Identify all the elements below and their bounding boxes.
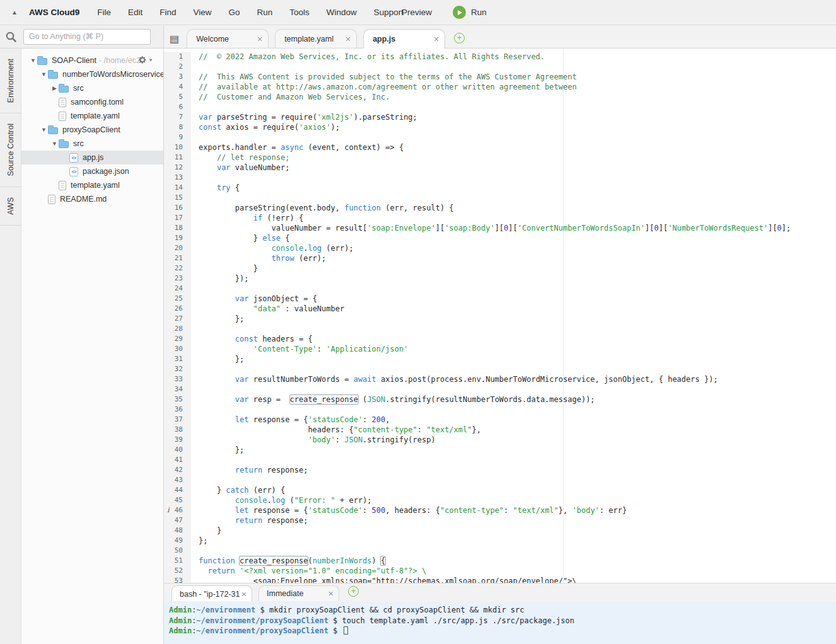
folder-icon bbox=[37, 58, 47, 65]
code-text: return '<?xml version="1.0" encoding="ut… bbox=[191, 566, 426, 576]
code-line: 16 parseString(event.body, function (err… bbox=[164, 203, 836, 213]
tab-list-icon[interactable]: ▤ bbox=[170, 33, 179, 45]
code-line: 26 "data" : valueNumber bbox=[164, 304, 836, 314]
chevron-down-icon[interactable]: ▼ bbox=[40, 71, 48, 78]
editor-tab-template-yaml[interactable]: template.yaml× bbox=[275, 29, 357, 48]
code-line: 20 console.log (err); bbox=[164, 243, 836, 253]
chevron-down-icon[interactable]: ▼ bbox=[40, 127, 48, 133]
code-text: return response; bbox=[191, 515, 308, 526]
menu-view[interactable]: View bbox=[193, 8, 211, 17]
code-text: 'body': JSON.stringify(resp) bbox=[191, 435, 436, 445]
run-button[interactable]: Run bbox=[453, 6, 487, 19]
code-text bbox=[191, 284, 199, 294]
folder-icon bbox=[48, 72, 58, 79]
menu-bar: ▲ AWS Cloud9 FileEditFindViewGoRunToolsW… bbox=[0, 0, 836, 25]
code-text: let response = {'statusCode': 500, heade… bbox=[191, 505, 627, 515]
tree-item-template-yaml[interactable]: template.yaml bbox=[21, 178, 163, 192]
sidebar-tab-aws[interactable]: AWS bbox=[0, 187, 21, 226]
search-icon bbox=[5, 31, 17, 43]
tree-item-app-js[interactable]: <>app.js bbox=[21, 151, 163, 164]
tree-item-template-yaml[interactable]: template.yaml bbox=[21, 109, 163, 123]
code-line: 6 bbox=[164, 102, 836, 112]
code-text: const headers = { bbox=[191, 334, 313, 344]
menu-find[interactable]: Find bbox=[160, 8, 176, 17]
menu-edit[interactable]: Edit bbox=[128, 8, 142, 17]
code-text: console.log ("Error: " + err); bbox=[191, 495, 372, 505]
terminal-tab-bash-ip-172-31[interactable]: bash - "ip-172-31× bbox=[171, 585, 252, 602]
code-text: var jsonObject = { bbox=[191, 294, 317, 304]
menu-window[interactable]: Window bbox=[327, 8, 357, 17]
line-number: 47 bbox=[164, 515, 191, 526]
line-number: 44 bbox=[164, 485, 191, 495]
goto-anything-input[interactable] bbox=[23, 29, 151, 45]
code-text: }); bbox=[191, 273, 248, 284]
tree-settings-button[interactable]: ▼ bbox=[138, 55, 153, 64]
line-number: 14 bbox=[164, 183, 191, 193]
line-number: 33 bbox=[164, 374, 191, 384]
code-text bbox=[191, 405, 199, 415]
chevron-down-icon[interactable]: ▼ bbox=[50, 141, 59, 147]
terminal-line: Admin:~/environment $ mkdir proxySoapCli… bbox=[169, 605, 836, 616]
folder-icon bbox=[59, 141, 69, 148]
editor-tab-welcome[interactable]: Welcome× bbox=[187, 29, 269, 48]
menu-run[interactable]: Run bbox=[257, 8, 273, 17]
tree-item-src[interactable]: ▶src bbox=[21, 81, 163, 95]
code-line: 51function create_response(numberInWords… bbox=[164, 556, 836, 566]
terminal[interactable]: Admin:~/environment $ mkdir proxySoapCli… bbox=[164, 601, 836, 644]
main-area: EnvironmentSource ControlAWS ▼SOAP-Clien… bbox=[0, 49, 836, 644]
close-icon[interactable]: × bbox=[434, 34, 439, 44]
code-text: 'Content-Type': 'Application/json' bbox=[191, 344, 408, 354]
code-text: // This AWS Content is provided subject … bbox=[191, 72, 577, 82]
code-editor[interactable]: 1// © 2022 Amazon Web Services, Inc. or … bbox=[164, 49, 836, 583]
tree-item-readme-md[interactable]: README.md bbox=[21, 192, 163, 206]
sidebar-tab-source-control[interactable]: Source Control bbox=[0, 113, 21, 187]
menu-file[interactable]: File bbox=[97, 8, 111, 17]
close-icon[interactable]: × bbox=[257, 34, 262, 44]
goto-anything-bar bbox=[0, 25, 164, 49]
menu-go[interactable]: Go bbox=[228, 8, 240, 17]
menu-tools[interactable]: Tools bbox=[289, 8, 310, 17]
menu-support[interactable]: Support bbox=[374, 8, 403, 17]
tree-item-proxysoapclient[interactable]: ▼proxySoapClient bbox=[21, 123, 163, 137]
line-number: 39 bbox=[164, 435, 191, 445]
code-line: 27 }; bbox=[164, 314, 836, 324]
editor-tab-app-js[interactable]: app.js× bbox=[363, 29, 445, 49]
editor-tab-bar: ▤ Welcome×template.yaml×app.js× + bbox=[164, 25, 836, 49]
collapse-menubar-icon[interactable]: ▲ bbox=[11, 9, 18, 16]
close-icon[interactable]: × bbox=[241, 589, 247, 599]
new-terminal-button[interactable]: + bbox=[348, 586, 359, 597]
line-number: 36 bbox=[164, 405, 191, 415]
terminal-tab-bar: bash - "ip-172-31×Immediate× + bbox=[164, 583, 836, 601]
tree-item-label: samconfig.toml bbox=[71, 98, 124, 106]
line-number: 26 bbox=[164, 304, 191, 314]
tree-item-label: SOAP-Client bbox=[52, 56, 96, 65]
tree-item-samconfig-toml[interactable]: samconfig.toml bbox=[21, 95, 163, 109]
close-icon[interactable]: × bbox=[345, 34, 351, 44]
code-line: 46i let response = {'statusCode': 500, h… bbox=[164, 505, 836, 515]
tree-item-numbertowordsmicroservice[interactable]: ▼numberToWordsMicroservice bbox=[21, 67, 163, 81]
chevron-down-icon[interactable]: ▼ bbox=[29, 57, 37, 64]
app-title: AWS Cloud9 bbox=[29, 8, 79, 17]
tree-item-package-json[interactable]: <>package.json bbox=[21, 164, 163, 178]
sidebar-tab-label: Source Control bbox=[6, 124, 15, 176]
preview-button[interactable]: Preview bbox=[402, 8, 432, 17]
tree-item-soap-client[interactable]: ▼SOAP-Client- /home/ec2▼ bbox=[21, 54, 163, 67]
close-icon[interactable]: × bbox=[328, 589, 334, 599]
code-line: 44 } catch (err) { bbox=[164, 485, 836, 495]
file-icon bbox=[59, 98, 66, 107]
tree-item-src[interactable]: ▼src bbox=[21, 137, 163, 151]
new-tab-button[interactable]: + bbox=[454, 33, 465, 43]
sidebar-tab-environment[interactable]: Environment bbox=[0, 49, 21, 113]
line-number: 28 bbox=[164, 324, 191, 334]
code-line: 34 bbox=[164, 384, 836, 394]
code-text bbox=[191, 364, 199, 374]
tree-item-label: template.yaml bbox=[71, 181, 120, 190]
terminal-tab-immediate[interactable]: Immediate× bbox=[258, 585, 339, 601]
line-number: 1 bbox=[164, 52, 191, 62]
tree-item-label: template.yaml bbox=[71, 112, 120, 120]
line-number: 50 bbox=[164, 546, 191, 556]
code-line: 14 try { bbox=[164, 183, 836, 193]
chevron-right-icon[interactable]: ▶ bbox=[50, 85, 59, 91]
code-line: 10exports.handler = async (event, contex… bbox=[164, 142, 836, 152]
line-number: 12 bbox=[164, 163, 191, 173]
